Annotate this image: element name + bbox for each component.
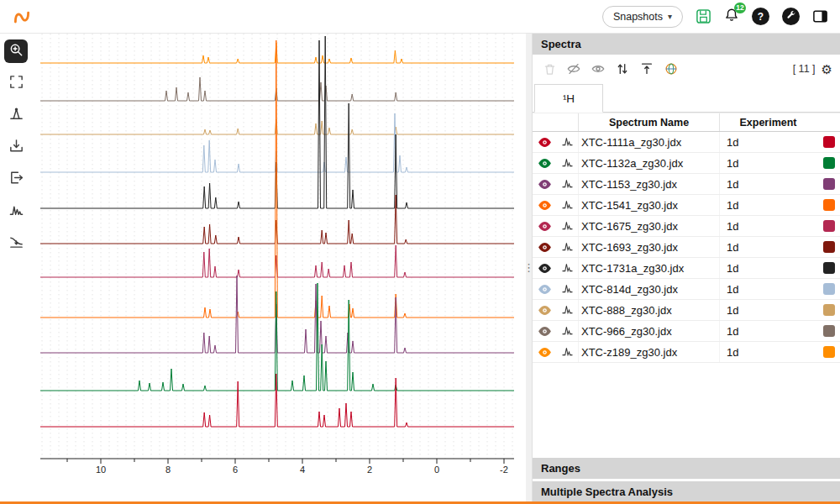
settings-wrench-button[interactable]: [782, 8, 800, 25]
spectrum-visibility-eye-icon[interactable]: [538, 305, 552, 316]
help-button[interactable]: ?: [752, 8, 769, 25]
spectrum-visibility-eye-icon[interactable]: [538, 200, 552, 211]
spectrum-color-swatch[interactable]: [823, 199, 835, 211]
spectra-section-title: Spectra: [541, 38, 581, 50]
spectrum-name: XTC-1132a_zg30.jdx: [578, 153, 719, 173]
spectrum-name: XTC-966_zg30.jdx: [578, 321, 719, 341]
wrench-icon: [786, 10, 796, 23]
export-tool-button[interactable]: [4, 167, 28, 191]
multiple-spectra-analysis-section-header[interactable]: Multiple Spectra Analysis: [533, 481, 840, 501]
spectrum-type-icon: [562, 157, 573, 170]
spectrum-visibility-eye-icon[interactable]: [538, 284, 552, 295]
spectrum-row[interactable]: XTC-1675_zg30.jdx 1d: [533, 216, 840, 237]
baseline-correction-tool-button[interactable]: [4, 231, 28, 255]
spectrum-experiment: 1d: [719, 174, 816, 194]
svg-text:4: 4: [300, 465, 305, 475]
spectrum-row[interactable]: XTC-814d_zg30.jdx 1d: [533, 279, 840, 300]
spectrum-experiment: 1d: [719, 237, 816, 257]
spectrum-visibility-eye-icon[interactable]: [538, 179, 552, 190]
spectrum-color-swatch[interactable]: [823, 283, 835, 295]
spectrum-type-icon: [562, 283, 573, 296]
spectrum-experiment: 1d: [719, 216, 816, 236]
zoom-tool-button[interactable]: [4, 39, 28, 63]
spectrum-row[interactable]: XTC-1132a_zg30.jdx 1d: [533, 153, 840, 174]
top-bar: Snapshots ▾ 12 ?: [0, 0, 840, 34]
spectrum-row[interactable]: XTC-1731a_zg30.jdx 1d: [533, 258, 840, 279]
spectra-panel-toolbar: [ 11 ] ⚙: [533, 55, 840, 83]
import-tool-button[interactable]: [4, 135, 28, 159]
notification-badge: 12: [734, 3, 746, 13]
snapshots-button[interactable]: Snapshots ▾: [602, 6, 683, 28]
recolor-spectra-globe-button[interactable]: [662, 60, 680, 78]
spectrum-type-icon: [562, 136, 573, 149]
save-icon[interactable]: [696, 8, 711, 24]
svg-text:6: 6: [233, 465, 238, 475]
hide-all-spectra-button[interactable]: [564, 60, 583, 78]
spectrum-row[interactable]: XTC-888_zg30.jdx 1d: [533, 300, 840, 321]
spectrum-color-swatch[interactable]: [823, 241, 835, 253]
peak-icon: [8, 106, 24, 124]
delete-spectra-button[interactable]: [540, 60, 559, 78]
spectrum-row[interactable]: XTC-1153_zg30.jdx 1d: [533, 174, 840, 195]
spectrum-visibility-eye-icon[interactable]: [538, 242, 552, 253]
tab-1h[interactable]: ¹H: [534, 84, 603, 113]
spectrum-color-swatch[interactable]: [823, 220, 835, 232]
zoom-magnifier-icon: [8, 42, 24, 60]
question-icon: ?: [758, 11, 764, 23]
spectra-section-header[interactable]: Spectra: [533, 34, 840, 55]
header-experiment[interactable]: Experiment: [719, 113, 816, 131]
spectrum-visibility-eye-icon[interactable]: [538, 158, 552, 169]
svg-text:8: 8: [165, 465, 171, 475]
spectrum-type-icon: [562, 199, 573, 212]
spectrum-color-swatch[interactable]: [823, 325, 835, 337]
panel-layout-button[interactable]: [812, 8, 828, 24]
spectra-table-header: Spectrum Name Experiment: [533, 113, 840, 132]
spectrum-color-swatch[interactable]: [823, 346, 835, 358]
spectrum-visibility-eye-icon[interactable]: [538, 263, 552, 274]
ranges-section-header[interactable]: Ranges: [533, 458, 840, 479]
spectrum-name: XTC-1693_zg30.jdx: [578, 237, 719, 257]
svg-text:0: 0: [434, 465, 439, 475]
show-all-spectra-button[interactable]: [589, 60, 607, 78]
spectrum-row[interactable]: XTC-1111a_zg30.jdx 1d: [533, 132, 840, 153]
header-spectrum-name[interactable]: Spectrum Name: [578, 113, 719, 131]
spectrum-color-swatch[interactable]: [823, 157, 835, 169]
spectrum-color-swatch[interactable]: [823, 178, 835, 190]
spectrum-name: XTC-1153_zg30.jdx: [578, 174, 719, 194]
ranges-tool-button[interactable]: [4, 199, 28, 223]
expand-zoom-out-tool-button[interactable]: [4, 71, 28, 95]
spectrum-color-swatch[interactable]: [823, 262, 835, 274]
rearrange-spectra-button[interactable]: [613, 60, 632, 78]
spectrum-type-icon: [562, 304, 573, 317]
expand-icon: [8, 74, 24, 92]
spectrum-visibility-eye-icon[interactable]: [538, 221, 552, 232]
align-spectra-top-button[interactable]: [638, 60, 656, 78]
spectrum-row[interactable]: XTC-1541_zg30.jdx 1d: [533, 195, 840, 216]
spectrum-experiment: 1d: [719, 279, 816, 299]
spectrum-visibility-eye-icon[interactable]: [538, 137, 552, 148]
notifications-button[interactable]: 12: [724, 8, 739, 26]
spectra-plot-svg[interactable]: 1086420-2: [32, 34, 524, 475]
nmrium-logo: [12, 7, 32, 27]
spectrum-visibility-eye-icon[interactable]: [538, 347, 552, 358]
spectrum-color-swatch[interactable]: [823, 304, 835, 316]
peak-picking-tool-button[interactable]: [4, 103, 28, 127]
snapshots-label: Snapshots: [613, 11, 663, 23]
spectrum-experiment: 1d: [719, 153, 816, 173]
spectrum-experiment: 1d: [719, 342, 816, 362]
mini-spectrum-icon: [8, 202, 24, 220]
spectra-settings-gear-icon[interactable]: ⚙: [822, 63, 832, 76]
panel-resize-handle[interactable]: ⋮: [526, 34, 532, 501]
baseline-curve-icon: [8, 234, 24, 252]
ranges-section-title: Ranges: [541, 462, 580, 475]
spectrum-row[interactable]: XTC-966_zg30.jdx 1d: [533, 321, 840, 342]
spectrum-type-icon: [562, 241, 573, 254]
spectrum-name: XTC-1675_zg30.jdx: [578, 216, 719, 236]
spectrum-color-swatch[interactable]: [823, 136, 835, 148]
tools-sidebar: [0, 34, 32, 474]
spectrum-row[interactable]: XTC-z189_zg30.jdx 1d: [533, 342, 840, 363]
spectrum-name: XTC-z189_zg30.jdx: [578, 342, 719, 362]
spectra-chart[interactable]: 1086420-2: [32, 34, 524, 475]
spectrum-visibility-eye-icon[interactable]: [538, 326, 552, 337]
spectrum-row[interactable]: XTC-1693_zg30.jdx 1d: [533, 237, 840, 258]
